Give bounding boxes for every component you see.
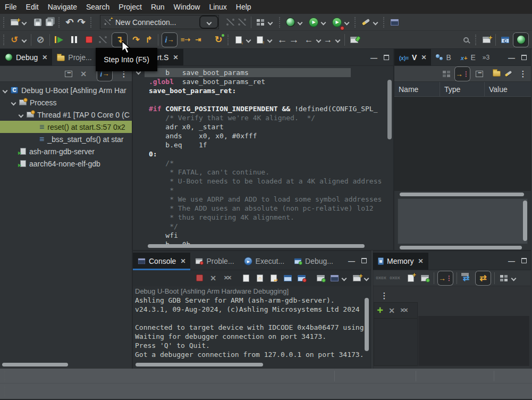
close-icon[interactable]: ✕ [42, 54, 47, 61]
instruction-stepping-button[interactable] [162, 32, 178, 47]
toolbar-drag-handle[interactable] [3, 35, 6, 45]
forward-dropdown-chevron[interactable] [335, 37, 340, 43]
new-wizard-dropdown-chevron[interactable] [21, 20, 27, 25]
detail-vscrollbar[interactable] [523, 201, 527, 241]
edit-variable-button[interactable] [502, 68, 514, 80]
open-console-history-button[interactable] [328, 272, 340, 285]
last-edit-location-button[interactable]: ↓ [233, 34, 244, 46]
show-on-stdout-button[interactable] [295, 272, 307, 285]
close-icon[interactable]: ✕ [418, 257, 424, 265]
add-memory-monitor-button[interactable] [374, 304, 386, 317]
new-memory-view-button[interactable]: + [405, 272, 417, 285]
switch-memory-monitor-button[interactable] [460, 272, 472, 285]
editor-vscrollbar[interactable] [387, 80, 392, 139]
run-dropdown-chevron[interactable] [320, 20, 326, 25]
tree-item-gdb-client[interactable]: aarch64-none-elf-gdb [0, 157, 132, 170]
hex-address-button[interactable] [375, 272, 387, 285]
tab-memory[interactable]: Memory ✕ [373, 253, 428, 270]
menu-help[interactable]: Help [236, 3, 251, 11]
close-icon[interactable]: ✕ [173, 54, 178, 61]
expand-chevron[interactable] [11, 100, 16, 105]
debug-perspective-button[interactable] [513, 32, 529, 47]
view-menu-button[interactable] [517, 68, 529, 80]
remove-memory-monitor-button[interactable] [386, 304, 398, 317]
maximize-icon[interactable] [384, 55, 389, 60]
maximize-icon[interactable] [361, 258, 367, 263]
remove-all-monitors-button[interactable] [398, 304, 409, 317]
editor-hscrollbar[interactable] [148, 244, 365, 248]
console-history-chevron[interactable] [341, 276, 347, 281]
next-edit-dropdown-chevron[interactable] [267, 37, 272, 43]
marker-dropdown-chevron[interactable] [373, 20, 378, 25]
layout-button[interactable] [498, 272, 510, 285]
clear-console-button[interactable] [240, 272, 252, 285]
toolbar-drag-handle[interactable] [475, 35, 478, 45]
maximize-icon[interactable] [521, 258, 527, 263]
tree-item-stack-frame-selected[interactable]: reset() at start.S:57 0x2 [0, 121, 132, 133]
tab-console[interactable]: Console ✕ [133, 253, 190, 270]
maximize-icon[interactable] [521, 55, 527, 60]
build-dropdown-chevron[interactable] [267, 20, 273, 25]
back-history-button[interactable] [276, 34, 288, 46]
suspend-button[interactable] [68, 34, 80, 46]
save-button[interactable] [32, 16, 44, 29]
tab-project-explorer[interactable]: Proje... [52, 49, 96, 65]
menu-window[interactable]: Window [174, 3, 200, 11]
toolbar-drag-handle[interactable] [279, 17, 282, 28]
step-history-button[interactable] [9, 34, 20, 46]
external-tools-button[interactable] [331, 16, 343, 29]
tree-item-process[interactable]: Process [0, 96, 132, 109]
trim-drag-handle[interactable] [4, 386, 7, 396]
tab-breakpoints[interactable]: B [431, 49, 455, 65]
console-vscrollbar[interactable] [365, 298, 369, 351]
minimize-icon[interactable] [508, 53, 515, 62]
back-button[interactable] [303, 34, 315, 46]
toolbar-drag-handle[interactable] [354, 17, 358, 28]
save-all-button[interactable] [44, 16, 55, 29]
minimize-icon[interactable] [508, 256, 515, 265]
menu-navigate[interactable]: Navigate [48, 3, 77, 11]
toolbar-drag-handle[interactable] [227, 35, 231, 45]
step-history-dropdown-chevron[interactable] [21, 37, 27, 43]
debug-dropdown-chevron[interactable] [297, 20, 302, 25]
menu-edit[interactable]: Edit [26, 3, 39, 11]
build-button[interactable] [255, 16, 266, 29]
console-hscrollbar[interactable] [136, 363, 263, 366]
mark-occurrences-button[interactable] [360, 16, 371, 29]
toolbar-drag-handle[interactable] [383, 17, 386, 28]
c-cpp-perspective-button[interactable]: C [499, 34, 511, 46]
remove-all-terminated-button[interactable] [221, 272, 233, 285]
collapse-all-button[interactable] [63, 68, 74, 80]
menu-run[interactable]: Run [151, 3, 165, 11]
tab-problems[interactable]: Proble... [190, 253, 239, 270]
toolbar-drag-handle[interactable] [3, 17, 6, 28]
tree-item-thread[interactable]: Thread #1 [TAP 0 Core 0 (C [0, 109, 132, 121]
tab-debug[interactable]: Debug ✕ [0, 49, 52, 65]
edit-connection-button[interactable] [224, 16, 236, 29]
menu-search[interactable]: Search [86, 3, 109, 11]
minimize-icon[interactable] [348, 256, 355, 265]
expand-chevron[interactable] [18, 112, 23, 118]
delete-connection-button[interactable] [236, 16, 248, 29]
step-over-button[interactable] [130, 34, 142, 46]
new-wizard-button[interactable]: + [9, 16, 20, 29]
debug-launch-button[interactable] [284, 16, 296, 29]
pin-console-button[interactable] [282, 272, 293, 285]
variables-table-body[interactable] [394, 97, 531, 191]
console-output[interactable]: Debug U-Boot [Ashling Arm Hardware Debug… [135, 287, 364, 361]
show-logical-structure-button[interactable] [454, 66, 470, 81]
link-memory-rendering-button[interactable] [475, 271, 491, 286]
drop-to-frame-button[interactable]: ⇥ [192, 34, 204, 46]
remove-launch-button[interactable] [207, 272, 219, 285]
monitors-menu-button[interactable] [378, 289, 390, 302]
skip-all-breakpoints-button[interactable] [35, 34, 46, 46]
tab-expressions[interactable]: E [456, 49, 480, 65]
toolbar-drag-handle[interactable] [90, 17, 94, 28]
redo-button[interactable] [75, 16, 87, 29]
connection-combo[interactable]: + New Connection... [100, 15, 219, 29]
editor-content[interactable]: b save_boot_params.globl save_boot_param… [145, 68, 387, 245]
next-edit-location-button[interactable]: ↑ [254, 34, 266, 46]
step-return-button[interactable] [143, 34, 155, 46]
forward-button[interactable] [322, 34, 334, 46]
scroll-lock-button[interactable]: ∩ [254, 272, 266, 285]
